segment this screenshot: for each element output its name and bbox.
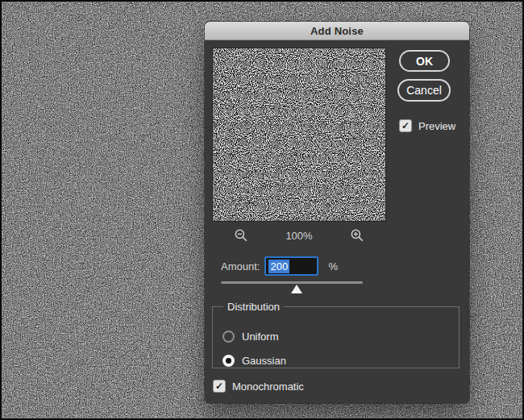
distribution-legend: Distribution bbox=[223, 301, 284, 313]
ok-button[interactable]: OK bbox=[399, 50, 450, 72]
zoom-out-button[interactable] bbox=[234, 228, 248, 243]
radio-gaussian-label: Gaussian bbox=[242, 355, 286, 367]
checkmark-icon: ✓ bbox=[401, 121, 410, 131]
preview-zoom-controls: 100% bbox=[212, 227, 386, 244]
radio-gaussian-icon[interactable] bbox=[222, 355, 235, 367]
amount-label: Amount: bbox=[221, 260, 260, 272]
monochromatic-checkbox-row[interactable]: ✓ Monochromatic bbox=[213, 380, 304, 393]
preview-label: Preview bbox=[418, 120, 455, 132]
monochromatic-label: Monochromatic bbox=[232, 380, 304, 393]
distribution-group: Distribution Uniform Gaussian bbox=[212, 301, 460, 368]
dialog-titlebar[interactable]: Add Noise bbox=[205, 22, 469, 40]
radio-uniform[interactable]: Uniform bbox=[222, 331, 279, 343]
photoshop-canvas: Add Noise bbox=[0, 0, 524, 420]
checkmark-icon: ✓ bbox=[215, 381, 223, 391]
zoom-in-icon bbox=[350, 228, 364, 243]
amount-slider[interactable] bbox=[221, 278, 363, 296]
zoom-out-icon bbox=[234, 228, 248, 243]
monochromatic-checkbox[interactable]: ✓ bbox=[213, 380, 226, 393]
radio-uniform-icon[interactable] bbox=[222, 331, 235, 343]
zoom-in-button[interactable] bbox=[350, 228, 364, 243]
noise-preview-image bbox=[212, 48, 386, 222]
amount-slider-thumb[interactable] bbox=[291, 285, 302, 293]
dialog-title: Add Noise bbox=[310, 25, 364, 37]
radio-gaussian[interactable]: Gaussian bbox=[222, 355, 286, 367]
amount-input[interactable]: 200 bbox=[264, 256, 318, 276]
cancel-button[interactable]: Cancel bbox=[397, 79, 451, 102]
preview-checkbox[interactable]: ✓ bbox=[399, 119, 412, 132]
preview-checkbox-row[interactable]: ✓ Preview bbox=[399, 119, 455, 132]
amount-field-row: Amount: 200 % bbox=[221, 256, 338, 276]
add-noise-dialog: Add Noise bbox=[205, 22, 469, 403]
amount-value-selected: 200 bbox=[268, 260, 289, 273]
zoom-level-text: 100% bbox=[285, 230, 312, 242]
amount-unit: % bbox=[328, 260, 338, 272]
radio-uniform-label: Uniform bbox=[242, 331, 279, 343]
amount-slider-track[interactable] bbox=[221, 281, 363, 284]
